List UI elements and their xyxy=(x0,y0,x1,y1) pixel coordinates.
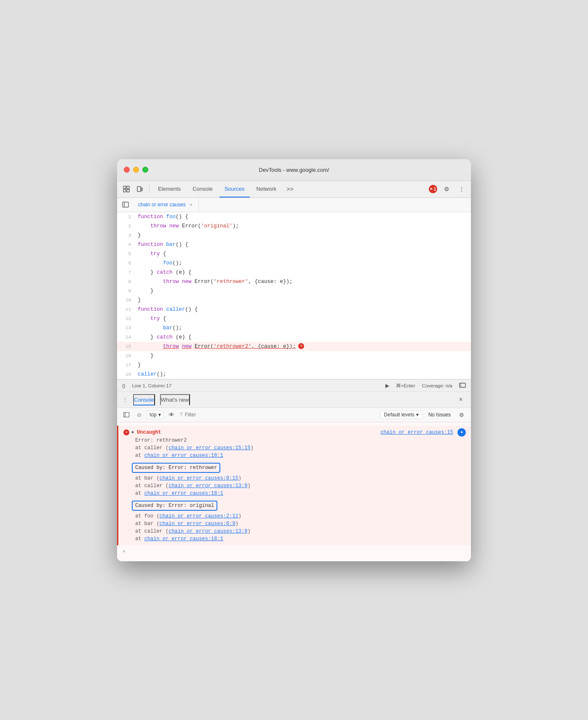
stack-link-2-11[interactable]: chain or error causes:2:11 xyxy=(160,513,238,519)
code-line-15: 15 throw new Error('rethrower2', {cause:… xyxy=(117,342,471,351)
status-bar-right: ▶ ⌘+Enter Coverage: n/a xyxy=(385,383,466,389)
uncaught-label: Uncaught xyxy=(137,429,161,436)
file-tabbar: chain or error causes × xyxy=(117,198,471,212)
titlebar: DevTools - www.google.com/ xyxy=(117,159,471,181)
more-options-button[interactable]: ⋮ xyxy=(456,183,468,195)
ai-assist-button[interactable]: ✦ xyxy=(457,428,466,437)
caused-by-2-stack-4: at chain or error causes:18:1 xyxy=(123,535,466,543)
code-line-7: 7 } catch (e) { xyxy=(117,268,471,277)
console-filter-input[interactable] xyxy=(185,412,378,418)
code-line-9: 9 } xyxy=(117,286,471,296)
error-count-badge: ✕ 1 xyxy=(429,185,437,193)
error-marker: ✕ xyxy=(298,343,304,349)
devtools-toolbar: Elements Console Sources Network >> ✕ 1 … xyxy=(117,181,471,198)
code-line-3: 3 } xyxy=(117,231,471,240)
code-line-17: 17 } xyxy=(117,360,471,370)
file-tab-label: chain or error causes xyxy=(138,202,186,208)
file-tab-chain-error[interactable]: chain or error causes × xyxy=(134,197,199,212)
clear-console-button[interactable]: ⊘ xyxy=(134,410,144,420)
console-settings-button[interactable]: ⚙ xyxy=(457,410,467,420)
code-line-12: 12 try { xyxy=(117,314,471,323)
expand-toggle[interactable]: ▶ xyxy=(132,429,134,436)
coverage-label: Coverage: n/a xyxy=(422,383,452,388)
run-icon[interactable]: ▶ xyxy=(385,383,389,389)
live-expressions-button[interactable]: 👁 xyxy=(166,410,176,420)
svg-rect-10 xyxy=(124,413,129,417)
svg-rect-2 xyxy=(127,186,129,189)
code-line-13: 13 bar(); xyxy=(117,323,471,333)
code-line-1: 1 function foo() { xyxy=(117,212,471,221)
tab-whats-new[interactable]: What's new xyxy=(160,394,190,405)
svg-rect-0 xyxy=(123,186,126,189)
tab-sources[interactable]: Sources xyxy=(219,181,250,197)
code-line-8: 8 throw new Error('rethrower', {cause: e… xyxy=(117,277,471,286)
filter-area: ⊤ xyxy=(179,412,378,418)
coverage-icon[interactable] xyxy=(459,383,466,389)
settings-button[interactable]: ⚙ xyxy=(441,183,452,195)
tab-console-panel[interactable]: Console xyxy=(133,394,155,405)
device-toolbar-button[interactable] xyxy=(134,183,146,195)
console-close-button[interactable]: × xyxy=(456,395,466,405)
code-line-2: 2 throw new Error('original'); xyxy=(117,221,471,231)
stack-link-6-9[interactable]: chain or error causes:6:9 xyxy=(160,521,235,527)
cursor-icon xyxy=(123,186,130,192)
stack-link-18-1-1[interactable]: chain or error causes:18:1 xyxy=(144,453,223,459)
caused-by-1-stack-1: at bar (chain or error causes:8:15) xyxy=(123,475,466,482)
code-line-6: 6 foo(); xyxy=(117,259,471,268)
close-button[interactable] xyxy=(124,167,130,173)
toolbar-separator xyxy=(149,185,150,193)
default-levels-dropdown[interactable]: Default levels ▾ xyxy=(380,411,422,419)
code-line-11: 11 function caller() { xyxy=(117,305,471,314)
inspect-element-button[interactable] xyxy=(120,183,132,195)
prompt-chevron: › xyxy=(122,548,126,555)
console-section: ⋮ Console What's new × ⊘ top ▾ 👁 ⊤ xyxy=(117,392,471,561)
run-shortcut: ⌘+Enter xyxy=(396,383,415,389)
caused-by-1: Caused by: Error: rethrower at bar (chai… xyxy=(123,461,466,497)
minimize-button[interactable] xyxy=(133,167,139,173)
error-source-link[interactable]: chain or error causes:15 xyxy=(380,429,453,436)
svg-rect-5 xyxy=(141,188,142,191)
file-tab-close-button[interactable]: × xyxy=(188,202,194,208)
stack-link-8-15[interactable]: chain or error causes:8:15 xyxy=(160,475,238,481)
stack-link-18-1-2[interactable]: chain or error causes:18:1 xyxy=(144,491,223,496)
console-prompt: › xyxy=(117,545,471,558)
caused-by-2-label: Caused by: Error: original xyxy=(132,501,217,511)
console-toolbar: ⊘ top ▾ 👁 ⊤ Default levels ▾ No Issues ⚙ xyxy=(117,408,471,422)
traffic-lights xyxy=(124,167,148,173)
caused-by-1-stack-3: at chain or error causes:18:1 xyxy=(123,490,466,497)
stack-link-13-9-2[interactable]: chain or error causes:13:9 xyxy=(168,528,247,534)
more-tabs-button[interactable]: >> xyxy=(283,184,297,194)
code-line-18: 18 caller(); xyxy=(117,370,471,379)
svg-rect-3 xyxy=(127,189,129,192)
toolbar-right: ✕ 1 ⚙ ⋮ xyxy=(429,183,468,195)
svg-rect-4 xyxy=(137,187,141,192)
dropdown-arrow: ▾ xyxy=(158,412,161,418)
caused-by-2-stack-2: at bar (chain or error causes:6:9) xyxy=(123,520,466,528)
format-icon[interactable]: {} xyxy=(122,383,126,388)
code-line-5: 5 try { xyxy=(117,249,471,259)
context-selector[interactable]: top ▾ xyxy=(147,411,164,419)
caused-by-2-stack-3: at caller (chain or error causes:13:9) xyxy=(123,528,466,535)
device-icon xyxy=(136,186,143,192)
tab-network[interactable]: Network xyxy=(251,181,282,197)
tab-elements[interactable]: Elements xyxy=(153,181,186,197)
sidebar-icon xyxy=(123,412,129,417)
stack-link-18-1-3[interactable]: chain or error causes:18:1 xyxy=(144,536,223,542)
stack-line-2: at chain or error causes:18:1 xyxy=(123,452,466,459)
code-line-10: 10 } xyxy=(117,296,471,305)
tab-console[interactable]: Console xyxy=(187,181,218,197)
console-sidebar-button[interactable] xyxy=(121,410,131,420)
sidebar-toggle-button[interactable] xyxy=(120,200,131,210)
ai-icon: ✦ xyxy=(457,428,466,437)
devtools-window: DevTools - www.google.com/ Elements Cons… xyxy=(117,159,471,561)
error-icon: ✕ xyxy=(123,429,129,435)
sidebar-icon xyxy=(122,202,129,208)
stack-link-15-15[interactable]: chain or error causes:15:15 xyxy=(168,445,250,451)
maximize-button[interactable] xyxy=(142,167,148,173)
console-output: ✕ ▶ Uncaught chain or error causes:15 ✦ … xyxy=(117,422,471,561)
error-header: ✕ ▶ Uncaught chain or error causes:15 ✦ xyxy=(123,428,466,437)
status-bar: {} Line 1, Column 17 ▶ ⌘+Enter Coverage:… xyxy=(117,379,471,392)
cursor-position: Line 1, Column 17 xyxy=(132,383,171,388)
stack-link-13-9-1[interactable]: chain or error causes:13:9 xyxy=(168,483,247,489)
caused-by-1-stack-2: at caller (chain or error causes:13:9) xyxy=(123,482,466,490)
